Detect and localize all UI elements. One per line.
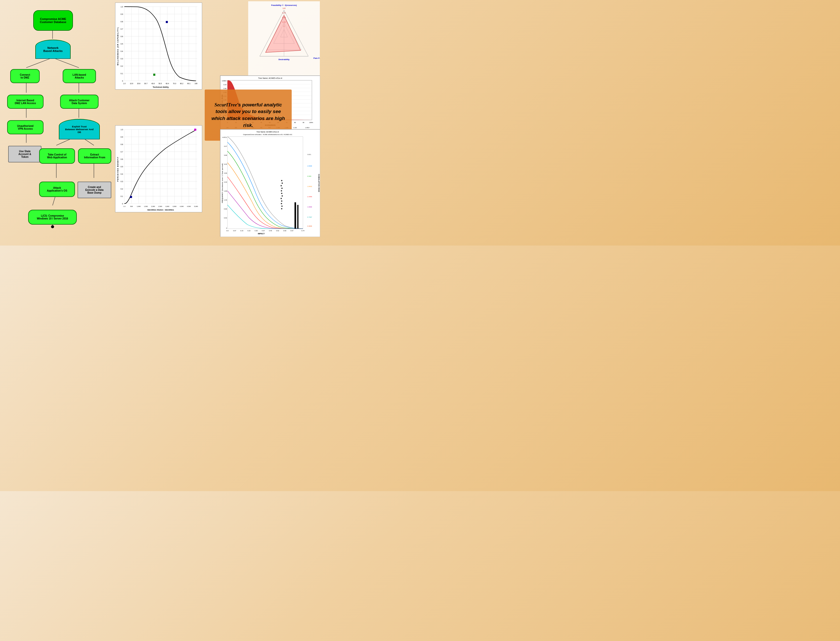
node-connect-dmz: Connectto DMZ [10, 69, 40, 83]
charts-area: WILLINGNESS (OR CAPABILITY) [110, 0, 322, 246]
svg-point-209 [282, 195, 283, 197]
svg-text:Pain Factor: Pain Factor [313, 57, 320, 60]
chart-benefit: PERCEIVED BENEFIT [115, 125, 202, 212]
svg-text:10.9: 10.9 [130, 83, 133, 84]
svg-text:0.7397: 0.7397 [307, 216, 312, 218]
svg-text:500: 500 [130, 206, 133, 207]
attack-tree: Compromise ACME Customer Database Networ… [3, 3, 113, 243]
svg-text:50.5: 50.5 [159, 83, 162, 84]
node-compromise-win: L(CI): CompromiseWindows 10 / Server 201… [28, 210, 77, 225]
node-stale-account: Use StaleAccount &Token [8, 146, 42, 163]
svg-point-210 [281, 198, 282, 199]
svg-text:3,500: 3,500 [173, 206, 177, 207]
svg-text:80: 80 [294, 122, 296, 123]
svg-text:1.0996: 1.0996 [307, 206, 312, 208]
svg-text:0.7: 0.7 [121, 28, 123, 30]
svg-text:0.37: 0.37 [262, 230, 265, 232]
svg-text:1.0: 1.0 [121, 6, 123, 8]
svg-text:4,000: 4,000 [180, 206, 184, 207]
svg-text:Tree Name: ACME5-v51e.nt: Tree Name: ACME5-v51e.nt [256, 131, 279, 133]
svg-text:70.3: 70.3 [173, 83, 176, 84]
svg-rect-179 [227, 137, 303, 229]
svg-line-2 [52, 58, 79, 68]
willingness-svg: WILLINGNESS (OR CAPABILITY) [115, 3, 202, 90]
svg-text:0.5: 0.5 [121, 43, 123, 45]
svg-text:0.30: 0.30 [255, 230, 258, 232]
center-text: SecurITree's powerful analytic tools all… [209, 101, 288, 129]
svg-text:90: 90 [303, 122, 305, 123]
svg-text:0.2: 0.2 [121, 188, 123, 190]
svg-text:0.3: 0.3 [121, 58, 123, 60]
svg-text:20.8: 20.8 [137, 83, 140, 84]
svg-text:OrganizedCrime w/Insiders - AC: OrganizedCrime w/Insiders - ACME w/Defen… [243, 134, 292, 135]
svg-text:0.8: 0.8 [121, 143, 123, 145]
svg-rect-174 [130, 196, 132, 198]
svg-rect-61 [166, 21, 168, 23]
chart-willingness: WILLINGNESS (OR CAPABILITY) [115, 3, 202, 90]
svg-text:5,000: 5,000 [194, 206, 198, 207]
svg-text:1,315: 1,315 [293, 127, 297, 129]
svg-text:1.49: 1.49 [224, 199, 227, 201]
svg-text:Technical Ability: Technical Ability [153, 86, 169, 88]
benefit-svg: PERCEIVED BENEFIT [115, 126, 202, 213]
svg-point-203 [281, 180, 282, 181]
svg-text:4.9711: 4.9711 [222, 137, 227, 138]
svg-text:Desirability: Desirability [278, 58, 290, 61]
svg-rect-215 [295, 202, 296, 229]
svg-text:0.67: 0.67 [290, 230, 293, 232]
svg-text:1,000: 1,000 [137, 206, 141, 207]
node-take-control: Take Control ofWeb Application [39, 148, 75, 164]
svg-text:0.45: 0.45 [269, 230, 272, 232]
svg-text:0.8: 0.8 [121, 21, 123, 23]
svg-text:0.1: 0.1 [121, 72, 123, 74]
svg-text:0.7: 0.7 [121, 151, 123, 153]
svg-text:100: 100 [195, 83, 198, 84]
svg-text:1.0: 1.0 [123, 83, 126, 84]
svg-text:Feasibility √∩ f(resources): Feasibility √∩ f(resources) [271, 4, 297, 6]
svg-point-204 [282, 183, 283, 184]
svg-text:0.0: 0.0 [226, 230, 229, 232]
svg-text:2.9588: 2.9588 [307, 165, 312, 167]
frequency-svg: Tree Name: ACME5-v51e.nt OrganizedCrime … [220, 129, 320, 237]
svg-point-208 [281, 193, 282, 194]
svg-text:0.3: 0.3 [121, 180, 123, 182]
svg-text:60.4: 60.4 [166, 83, 169, 84]
svg-text:1.4784: 1.4784 [307, 196, 312, 198]
svg-text:3,000: 3,000 [165, 206, 169, 207]
svg-text:3.33: 3.33 [223, 84, 226, 85]
svg-text:40.6: 40.6 [152, 83, 155, 84]
svg-text:0.9: 0.9 [121, 136, 123, 138]
svg-text:Identities Stolen : Identities: Identities Stolen : Identities [147, 209, 174, 211]
svg-text:0.6: 0.6 [121, 35, 123, 37]
svg-point-206 [281, 188, 283, 189]
svg-text:PERCEIVED BENEFIT: PERCEIVED BENEFIT [117, 156, 119, 182]
svg-point-211 [281, 201, 282, 202]
svg-text:0.2: 0.2 [121, 65, 123, 67]
svg-text:4.47: 4.47 [224, 145, 227, 147]
svg-text:1.0: 1.0 [282, 7, 285, 10]
svg-text:2,500: 2,500 [158, 206, 162, 207]
node-attack-customer: Attack CustomerData System [60, 95, 98, 109]
svg-rect-62 [153, 74, 155, 76]
svg-text:1.0: 1.0 [121, 129, 123, 130]
svg-text:0.74: 0.74 [301, 230, 305, 232]
chart-frequency: Tree Name: ACME5-v51e.nt OrganizedCrime … [220, 129, 320, 237]
svg-text:1,461#: 1,461# [305, 127, 310, 129]
svg-text:3.98: 3.98 [224, 155, 227, 156]
svg-text:2.193: 2.193 [307, 176, 311, 177]
svg-text:2.96: 2.96 [223, 88, 226, 89]
svg-text:90.1: 90.1 [187, 83, 190, 84]
svg-text:30.7: 30.7 [144, 83, 148, 84]
svg-text:1.8403: 1.8403 [307, 186, 312, 187]
node-database-dump: Create andExecute a DataBase Dump [77, 182, 111, 198]
svg-point-213 [281, 206, 283, 207]
svg-text:0.07: 0.07 [233, 230, 236, 232]
svg-text:1.0: 1.0 [123, 206, 126, 207]
svg-text:0.3699: 0.3699 [307, 225, 312, 227]
node-network: NetworkBased Attacks [35, 40, 71, 59]
svg-point-207 [281, 190, 282, 192]
svg-text:4,500: 4,500 [187, 206, 191, 207]
svg-text:3.6963: 3.6963 [222, 80, 227, 82]
svg-text:0.15: 0.15 [240, 230, 243, 232]
svg-text:0.9: 0.9 [121, 13, 123, 15]
